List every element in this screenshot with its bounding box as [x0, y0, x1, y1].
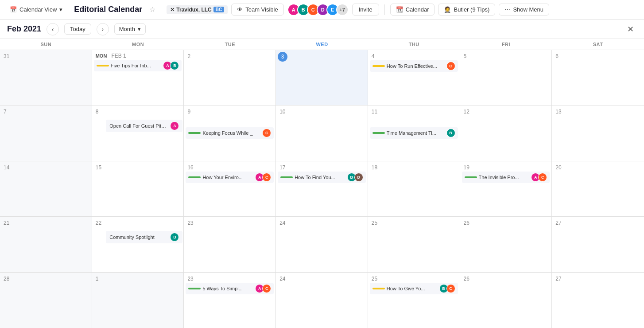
team-visible-btn[interactable]: 👁 Team Visible: [231, 4, 283, 16]
avatar: A: [170, 121, 179, 130]
event-title: How To Run Effective...: [387, 63, 445, 69]
day-cell[interactable]: 24: [276, 273, 368, 328]
calendar-btn[interactable]: 📆 Calendar: [390, 4, 435, 16]
avatar: C: [446, 62, 455, 70]
day-header-mon: MON: [92, 39, 184, 50]
calendar-view-btn[interactable]: 📅 Calendar View ▾: [5, 4, 67, 15]
company-badge[interactable]: ✕ Travidux, LLC BC: [167, 5, 228, 14]
prev-month-btn[interactable]: ‹: [47, 23, 59, 35]
day-number: 8: [94, 108, 101, 116]
day-cell[interactable]: 25 How To Give Yo... B C: [368, 273, 460, 328]
day-cell[interactable]: 8 Open Call For Guest Pitches A: [92, 105, 184, 160]
day-number: 4: [370, 52, 376, 60]
next-month-btn[interactable]: ›: [97, 23, 109, 35]
event-avatars: B: [170, 233, 179, 242]
event-card[interactable]: How To Run Effective... C: [370, 60, 458, 72]
event-card[interactable]: How To Give Yo... B C: [370, 283, 458, 294]
day-header-sun: SUN: [0, 39, 92, 50]
day-cell[interactable]: 14: [0, 161, 92, 216]
day-cell-today[interactable]: 3: [276, 50, 368, 105]
day-cell[interactable]: 5: [460, 50, 552, 105]
event-title: Five Tips For Inb...: [111, 63, 162, 68]
event-bar: [372, 288, 385, 289]
day-cell[interactable]: 31: [0, 50, 92, 105]
avatar-count[interactable]: +7: [336, 4, 349, 16]
avatar: D: [354, 173, 363, 182]
day-cell[interactable]: 19 The Invisible Pro... A C: [460, 161, 552, 216]
day-cell[interactable]: 22 Community Spotlight B: [92, 217, 184, 272]
day-cell[interactable]: 16 How Your Enviro... A C: [184, 161, 276, 216]
event-avatars: B D: [347, 173, 363, 182]
calendar-week: 14 15 16 How Your Enviro... A C 17: [0, 161, 644, 217]
chevron-down-icon: ▾: [138, 26, 141, 32]
event-card[interactable]: Keeping Focus While _ C: [186, 127, 274, 139]
butler-btn[interactable]: 🤵 Butler (9 Tips): [438, 4, 495, 16]
event-bar: [465, 176, 477, 178]
event-card[interactable]: How Your Enviro... A C: [186, 172, 274, 183]
day-number: 22: [94, 219, 103, 227]
calendar-body: 31 MON FEB 1 Five Tips For Inb... A B 2: [0, 50, 644, 328]
day-cell[interactable]: 1: [92, 273, 184, 328]
day-cell[interactable]: 20: [552, 161, 644, 216]
day-cell[interactable]: 7: [0, 105, 92, 160]
event-title: How To Find You...: [295, 175, 345, 180]
event-bar: [188, 176, 201, 178]
day-number: MON: [94, 52, 109, 59]
invite-button[interactable]: Invite: [352, 4, 379, 16]
day-cell[interactable]: 28: [0, 273, 92, 328]
day-cell[interactable]: 12: [460, 105, 552, 160]
star-icon[interactable]: ☆: [149, 5, 155, 14]
event-title: 5 Ways To Simpl...: [202, 286, 253, 291]
day-cell[interactable]: 10: [276, 105, 368, 160]
event-title: How Your Enviro...: [202, 175, 253, 180]
event-bar: [372, 132, 385, 134]
day-cell[interactable]: 27: [552, 273, 644, 328]
span-event[interactable]: Community Spotlight B: [106, 231, 182, 243]
event-bar: [280, 176, 293, 178]
day-cell[interactable]: 23: [184, 217, 276, 272]
event-card[interactable]: How To Find You... B D: [278, 172, 366, 183]
day-cell[interactable]: 6: [552, 50, 644, 105]
day-header-sat: SAT: [552, 39, 644, 50]
event-card[interactable]: Five Tips For Inb... A B: [94, 60, 182, 71]
day-cell[interactable]: 15: [92, 161, 184, 216]
event-bar: [188, 288, 201, 289]
event-card[interactable]: Time Management Ti... B: [370, 127, 458, 139]
day-number: 27: [554, 275, 563, 283]
day-cell[interactable]: 26: [460, 273, 552, 328]
day-number: 9: [186, 108, 192, 116]
span-event-container: Open Call For Guest Pitches A: [105, 120, 183, 133]
day-cell[interactable]: 11 Time Management Ti... B: [368, 105, 460, 160]
day-cell[interactable]: MON FEB 1 Five Tips For Inb... A B: [92, 50, 184, 105]
day-cell[interactable]: 2: [184, 50, 276, 105]
day-cell[interactable]: 23 5 Ways To Simpl... A C: [184, 273, 276, 328]
avatar: B: [170, 61, 179, 70]
day-cell[interactable]: 4 How To Run Effective... C: [368, 50, 460, 105]
day-cell[interactable]: 17 How To Find You... B D: [276, 161, 368, 216]
day-cell[interactable]: 24: [276, 217, 368, 272]
span-event[interactable]: Open Call For Guest Pitches A: [106, 120, 182, 132]
event-bar: [188, 132, 201, 134]
avatar: C: [262, 284, 271, 293]
day-cell[interactable]: 26: [460, 217, 552, 272]
day-cell[interactable]: 25: [368, 217, 460, 272]
day-cell[interactable]: 9 Keeping Focus While _ C: [184, 105, 276, 160]
calendar-icon: 📅: [10, 6, 17, 13]
event-card[interactable]: 5 Ways To Simpl... A C: [186, 283, 274, 294]
calendar-view-label: Calendar View: [19, 6, 57, 13]
day-cell[interactable]: 13: [552, 105, 644, 160]
day-cell[interactable]: 27: [552, 217, 644, 272]
month-selector[interactable]: Month ▾: [114, 23, 146, 35]
day-cell[interactable]: 21: [0, 217, 92, 272]
show-menu-btn[interactable]: ⋯ Show Menu: [499, 4, 549, 16]
day-number: 31: [2, 52, 11, 60]
day-number: 21: [2, 219, 11, 227]
event-card[interactable]: The Invisible Pro... A C: [462, 172, 550, 183]
close-button[interactable]: ✕: [624, 23, 637, 36]
today-button[interactable]: Today: [64, 23, 91, 35]
day-number: 7: [2, 108, 8, 116]
day-number: 6: [554, 52, 560, 60]
day-number: 18: [370, 164, 379, 172]
day-cell[interactable]: 18: [368, 161, 460, 216]
team-avatars[interactable]: A B C D E +7: [287, 4, 349, 16]
